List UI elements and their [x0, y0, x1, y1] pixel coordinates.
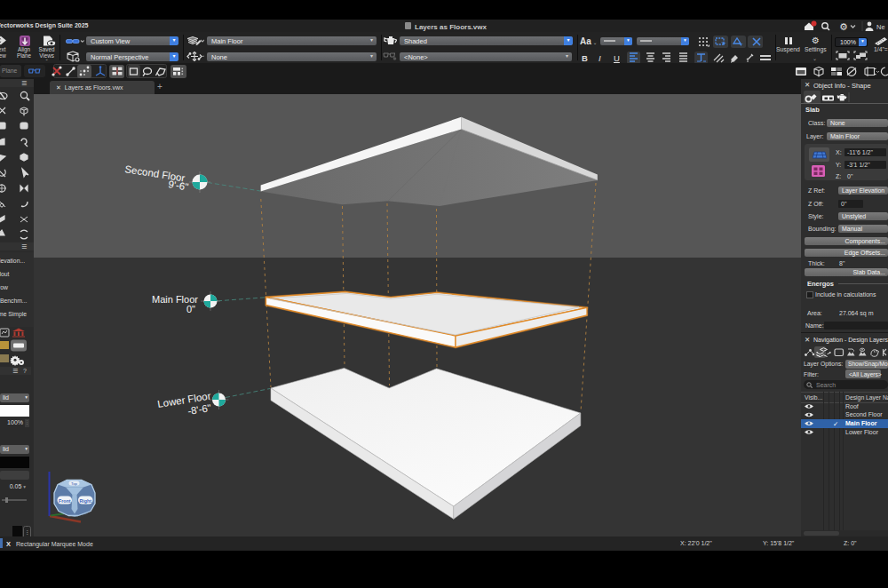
svg-text:⚙: ⚙ [839, 21, 848, 32]
svg-text:Ne: Ne [876, 23, 885, 31]
svg-text:0": 0" [186, 304, 195, 314]
svg-text:Right: Right [79, 498, 91, 504]
svg-text:Front: Front [59, 498, 71, 504]
svg-text:Top: Top [71, 481, 78, 486]
